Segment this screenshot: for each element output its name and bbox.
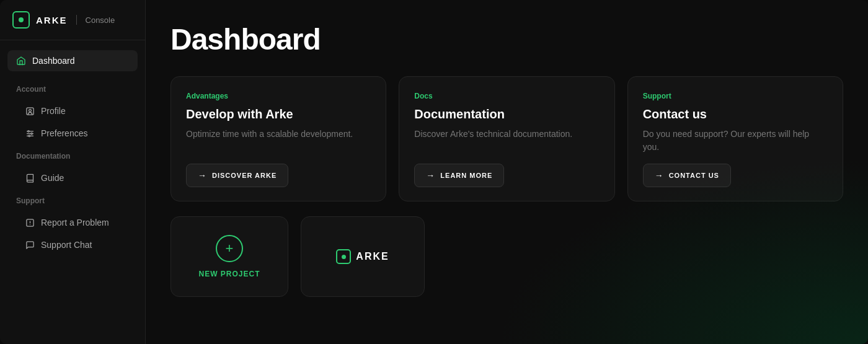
- logo-icon: [12, 11, 30, 29]
- logo-area: ARKE Console: [0, 0, 145, 40]
- sidebar: ARKE Console Dashboard Account Profile: [0, 0, 146, 344]
- preferences-label: Preferences: [41, 128, 87, 138]
- card-tag-docs: Docs: [414, 92, 599, 100]
- sidebar-item-profile[interactable]: Profile: [7, 101, 138, 121]
- arke-logo-card: ARKE: [301, 216, 425, 297]
- card-advantages: Advantages Develop with Arke Optimize ti…: [170, 76, 386, 201]
- page-title: Dashboard: [170, 22, 843, 56]
- sidebar-item-preferences[interactable]: Preferences: [7, 123, 138, 143]
- sidebar-item-report[interactable]: Report a Problem: [7, 213, 138, 232]
- arrow-icon-3: →: [655, 170, 664, 180]
- learn-btn-label: LEARN MORE: [440, 172, 492, 179]
- new-project-card[interactable]: + NEW PROJECT: [170, 216, 288, 297]
- new-project-plus-icon: +: [216, 235, 243, 262]
- card-tag-advantages: Advantages: [186, 92, 371, 100]
- documentation-section-label: Documentation: [7, 148, 138, 164]
- console-label: Console: [86, 15, 115, 25]
- chat-label: Support Chat: [41, 240, 92, 250]
- card-title-advantages: Develop with Arke: [186, 107, 371, 121]
- card-title-support: Contact us: [643, 107, 828, 121]
- main-content: Dashboard Advantages Develop with Arke O…: [146, 0, 868, 344]
- contact-btn-label: CONTACT US: [669, 172, 719, 179]
- card-tag-support: Support: [643, 92, 828, 100]
- guide-label: Guide: [41, 173, 64, 183]
- sidebar-item-support-chat[interactable]: Support Chat: [7, 235, 138, 255]
- sidebar-item-guide[interactable]: Guide: [7, 168, 138, 188]
- logo-dot: [19, 17, 24, 22]
- bottom-row: + NEW PROJECT ARKE: [170, 216, 843, 297]
- logo-divider: [76, 15, 77, 25]
- contact-us-button[interactable]: → CONTACT US: [643, 164, 731, 187]
- preferences-icon: [25, 128, 35, 138]
- card-title-docs: Documentation: [414, 107, 599, 121]
- card-support: Support Contact us Do you need support? …: [627, 76, 843, 201]
- guide-icon: [25, 173, 35, 183]
- sidebar-item-dashboard[interactable]: Dashboard: [7, 50, 138, 71]
- arke-card-dot: [342, 255, 346, 259]
- arke-logo-inner: ARKE: [336, 249, 389, 264]
- report-icon: [25, 218, 35, 227]
- arke-card-icon: [336, 249, 351, 264]
- discover-arke-button[interactable]: → DISCOVER ARKE: [186, 164, 288, 187]
- discover-btn-label: DISCOVER ARKE: [212, 172, 277, 179]
- sidebar-nav: Dashboard Account Profile: [0, 40, 145, 344]
- support-section-label: Support: [7, 193, 138, 209]
- dashboard-label: Dashboard: [32, 56, 75, 66]
- svg-point-1: [29, 109, 31, 112]
- cards-row: Advantages Develop with Arke Optimize ti…: [170, 76, 843, 201]
- account-section-label: Account: [7, 81, 138, 97]
- card-desc-support: Do you need support? Our experts will he…: [643, 128, 828, 154]
- card-docs: Docs Documentation Discover Arke's techn…: [399, 76, 614, 201]
- svg-point-6: [30, 133, 32, 135]
- main-wrapper: Dashboard Advantages Develop with Arke O…: [146, 0, 868, 344]
- report-label: Report a Problem: [41, 218, 109, 227]
- logo-text: ARKE: [36, 15, 68, 25]
- arrow-icon-1: →: [198, 170, 207, 180]
- arke-card-text: ARKE: [356, 251, 389, 262]
- card-desc-advantages: Optimize time with a scalable developmen…: [186, 128, 371, 154]
- svg-point-7: [29, 135, 30, 137]
- profile-label: Profile: [41, 106, 66, 116]
- svg-point-5: [27, 130, 29, 132]
- profile-icon: [25, 106, 35, 116]
- new-project-label: NEW PROJECT: [198, 270, 260, 278]
- chat-icon: [25, 240, 35, 250]
- home-icon: [16, 56, 26, 66]
- card-desc-docs: Discover Arke's technical documentation.: [414, 128, 599, 154]
- learn-more-button[interactable]: → LEARN MORE: [414, 164, 504, 187]
- arrow-icon-2: →: [426, 170, 435, 180]
